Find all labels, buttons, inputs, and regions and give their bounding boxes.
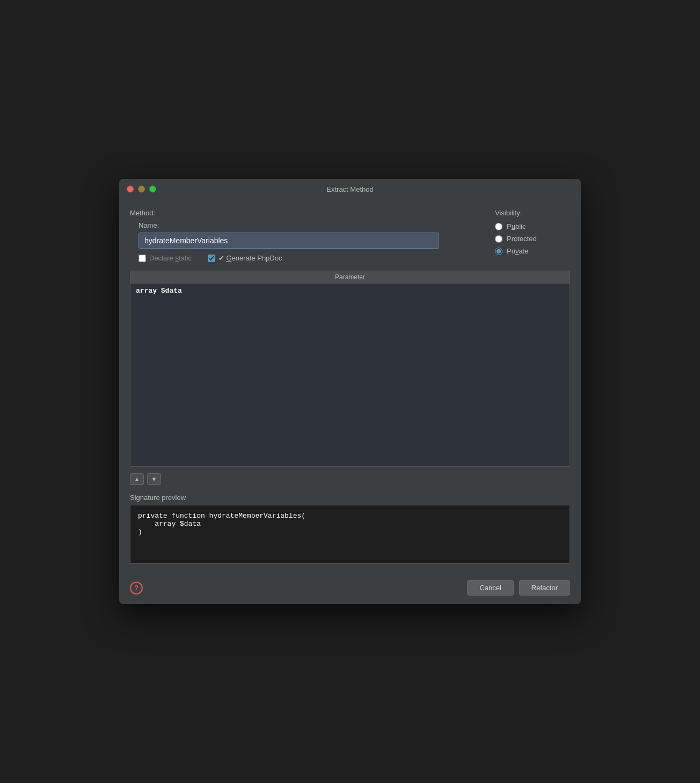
dialog-wrapper: Extract Method Method: Name: Declare sta… (0, 0, 700, 783)
radio-protected[interactable] (495, 235, 502, 243)
close-button[interactable] (127, 185, 134, 192)
cancel-button[interactable]: Cancel (467, 580, 513, 596)
extract-method-dialog: Extract Method Method: Name: Declare sta… (119, 179, 581, 604)
method-name-input[interactable] (138, 233, 439, 249)
declare-static-checkbox-item[interactable]: Declare static (138, 254, 192, 262)
top-section: Method: Name: Declare static ✔ Generate … (130, 209, 570, 262)
signature-label: Signature preview (130, 494, 570, 502)
footer: ? Cancel Refactor (119, 572, 581, 604)
generate-phpdoc-label: ✔ Generate PhpDoc (218, 254, 282, 262)
move-down-button[interactable]: ▼ (147, 473, 161, 485)
parameter-row[interactable]: array $data (130, 284, 570, 298)
declare-static-checkbox[interactable] (138, 255, 146, 262)
traffic-lights (127, 185, 156, 192)
radio-protected-label: Protected (507, 235, 537, 243)
parameter-empty-area (130, 298, 570, 465)
dialog-title: Extract Method (326, 185, 373, 193)
parameter-header: Parameter (130, 271, 570, 284)
help-button[interactable]: ? (130, 582, 143, 595)
footer-buttons: Cancel Refactor (467, 580, 570, 596)
generate-phpdoc-checkbox[interactable] (208, 255, 215, 262)
move-up-button[interactable]: ▲ (130, 473, 144, 485)
title-bar: Extract Method (119, 179, 581, 199)
radio-public-label: Public (507, 222, 526, 230)
declare-static-label: Declare static (149, 254, 192, 262)
checkboxes-row: Declare static ✔ Generate PhpDoc (138, 254, 495, 262)
maximize-button[interactable] (149, 185, 156, 192)
dialog-body: Method: Name: Declare static ✔ Generate … (119, 199, 581, 572)
visibility-label: Visibility: (495, 209, 522, 217)
move-buttons: ▲ ▼ (130, 471, 570, 487)
refactor-button[interactable]: Refactor (519, 580, 570, 596)
visibility-section: Visibility: Public Protected Private (495, 209, 570, 259)
method-section: Method: Name: Declare static ✔ Generate … (130, 209, 495, 262)
radio-private[interactable] (495, 248, 502, 255)
minimize-button[interactable] (138, 185, 145, 192)
signature-preview: private function hydrateMemberVariables(… (130, 505, 570, 564)
generate-phpdoc-checkbox-item[interactable]: ✔ Generate PhpDoc (208, 254, 282, 262)
visibility-public[interactable]: Public (495, 222, 526, 230)
radio-public[interactable] (495, 223, 502, 230)
visibility-protected[interactable]: Protected (495, 235, 537, 243)
visibility-private[interactable]: Private (495, 247, 528, 255)
parameter-body: array $data (130, 284, 570, 466)
name-label: Name: (138, 221, 495, 229)
method-label: Method: (130, 209, 495, 217)
radio-private-label: Private (507, 247, 528, 255)
parameter-section: Parameter array $data (130, 271, 570, 467)
